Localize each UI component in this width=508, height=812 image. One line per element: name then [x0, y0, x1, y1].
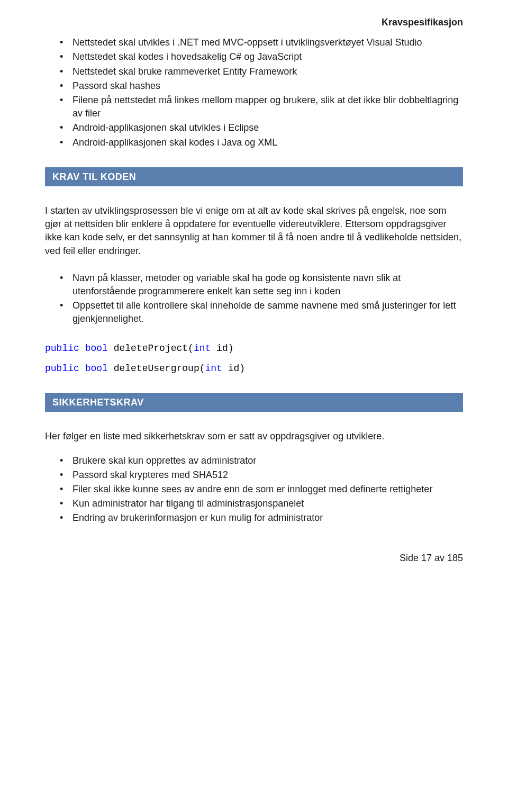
code-type: int	[194, 343, 211, 354]
page-footer: Side 17 av 185	[45, 552, 463, 564]
list-item: Kun administrator har tilgang til admini…	[60, 497, 463, 510]
code-rest: id)	[222, 363, 245, 374]
code-function: deleteProject(	[114, 343, 194, 354]
code-keyword: public	[45, 363, 79, 374]
list-item: Passord skal hashes	[60, 79, 463, 93]
paragraph-security-intro: Her følger en liste med sikkerhetskrav s…	[45, 430, 463, 443]
list-code-requirements: Navn på klasser, metoder og variable ska…	[45, 272, 463, 326]
list-item: Android-applikasjonen skal kodes i Java …	[60, 136, 463, 149]
code-type: int	[205, 363, 222, 374]
list-item: Filer skal ikke kunne sees av andre enn …	[60, 483, 463, 496]
list-item: Nettstedet skal bruke rammeverket Entity…	[60, 65, 463, 78]
list-tech-requirements: Nettstedet skal utvikles i .NET med MVC-…	[45, 36, 463, 149]
code-function: deleteUsergroup(	[114, 363, 205, 374]
paragraph-code-intro: I starten av utviklingsprosessen ble vi …	[45, 204, 463, 258]
list-item: Filene på nettstedet må linkes mellom ma…	[60, 94, 463, 120]
list-item: Nettstedet skal utvikles i .NET med MVC-…	[60, 36, 463, 49]
list-security-requirements: Brukere skal kun opprettes av administra…	[45, 454, 463, 525]
list-item: Passord skal krypteres med SHA512	[60, 468, 463, 482]
list-item: Endring av brukerinformasjon er kun muli…	[60, 511, 463, 525]
list-item: Brukere skal kun opprettes av administra…	[60, 454, 463, 467]
list-item: Navn på klasser, metoder og variable ska…	[60, 272, 463, 298]
code-snippet-2: public bool deleteUsergroup(int id)	[45, 362, 463, 375]
code-keyword: public	[45, 343, 79, 354]
list-item: Nettstedet skal kodes i hovedsakelig C# …	[60, 50, 463, 64]
code-rest: id)	[211, 343, 233, 354]
code-snippet-1: public bool deleteProject(int id)	[45, 342, 463, 355]
section-heading-code-requirements: KRAV TIL KODEN	[45, 167, 463, 186]
list-item: Android-applikasjonen skal utvikles i Ec…	[60, 121, 463, 134]
code-keyword: bool	[85, 363, 108, 374]
list-item: Oppsettet til alle kontrollere skal inne…	[60, 299, 463, 326]
page-header-title: Kravspesifikasjon	[45, 16, 463, 29]
code-keyword: bool	[85, 343, 108, 354]
section-heading-security: SIKKERHETSKRAV	[45, 393, 463, 412]
